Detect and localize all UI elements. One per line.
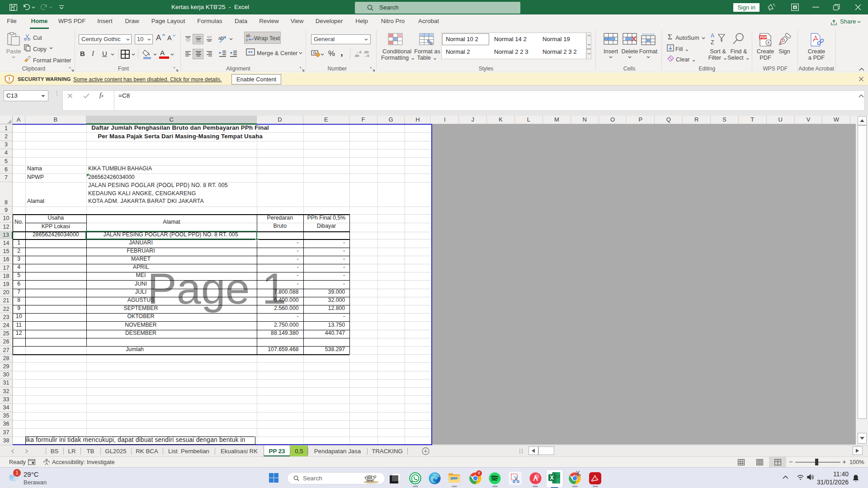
svg-text:→0: →0 <box>363 54 369 57</box>
svg-text:Z: Z <box>711 39 714 46</box>
svg-text:PDF: PDF <box>760 35 767 39</box>
svg-text:c: c <box>246 38 248 42</box>
svg-text:ab: ab <box>218 35 224 41</box>
svg-text:z: z <box>856 475 858 479</box>
svg-text:.00: .00 <box>354 54 359 57</box>
svg-text:A: A <box>711 33 714 39</box>
